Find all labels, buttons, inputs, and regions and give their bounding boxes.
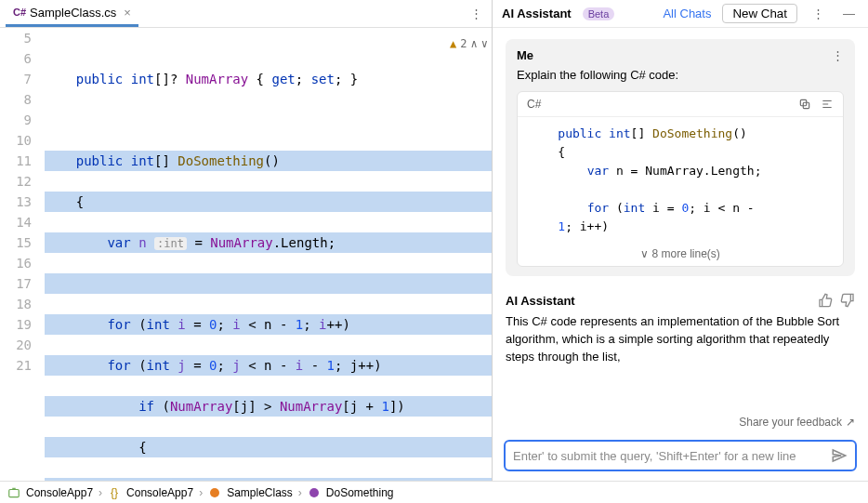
ai-menu-icon[interactable]: ⋮ bbox=[809, 7, 828, 20]
tab-label: SampleClass.cs bbox=[30, 6, 116, 20]
user-message-text: Explain the following C# code: bbox=[517, 68, 844, 82]
warning-count: 2 bbox=[460, 33, 467, 54]
code-card: C# public int[] DoSomething() { var n = … bbox=[517, 91, 844, 267]
code-editor[interactable]: 56789101112131415161718192021 ▲ 2 ∧ ∨ pu… bbox=[0, 28, 492, 481]
svg-point-3 bbox=[210, 488, 219, 497]
ai-assistant-panel: AI Assistant Beta All Chats New Chat ⋮ —… bbox=[493, 0, 868, 481]
external-link-icon: ↗ bbox=[846, 416, 855, 429]
copy-icon[interactable] bbox=[798, 98, 811, 111]
all-chats-link[interactable]: All Chats bbox=[663, 7, 711, 20]
assistant-message: AI Assistant This C# code represents an … bbox=[506, 293, 855, 366]
chat-input-container bbox=[504, 440, 857, 471]
hide-panel-icon[interactable]: — bbox=[839, 7, 859, 20]
line-number: 17 bbox=[0, 273, 32, 294]
line-number: 15 bbox=[0, 232, 32, 253]
class-icon bbox=[208, 487, 221, 498]
code-snippet: public int[] DoSomething() { var n = Num… bbox=[518, 117, 843, 244]
breadcrumb-item[interactable]: DoSomething bbox=[326, 486, 394, 499]
line-number: 12 bbox=[0, 171, 32, 192]
send-icon[interactable] bbox=[831, 447, 848, 464]
svg-rect-2 bbox=[9, 489, 20, 496]
svg-point-4 bbox=[309, 488, 319, 497]
chevron-down-icon[interactable]: ∨ bbox=[481, 33, 488, 54]
tab-sampleclass[interactable]: C# SampleClass.cs × bbox=[6, 0, 138, 27]
thumbs-down-icon[interactable] bbox=[840, 293, 855, 308]
breadcrumb-item[interactable]: ConsoleApp7 bbox=[126, 486, 193, 499]
new-chat-button[interactable]: New Chat bbox=[722, 4, 797, 23]
line-number: 8 bbox=[0, 89, 32, 110]
line-number: 7 bbox=[0, 69, 32, 89]
sender-label: AI Assistant bbox=[506, 294, 575, 308]
code-lang-label: C# bbox=[527, 98, 541, 111]
beta-badge: Beta bbox=[583, 7, 615, 20]
insert-icon[interactable] bbox=[821, 98, 834, 111]
chat-scroll[interactable]: Me ⋮ Explain the following C# code: C# bbox=[493, 28, 868, 410]
user-message: Me ⋮ Explain the following C# code: C# bbox=[506, 39, 855, 276]
breadcrumb-item[interactable]: ConsoleApp7 bbox=[26, 486, 93, 499]
line-number: 9 bbox=[0, 110, 32, 130]
tab-menu-icon[interactable]: ⋮ bbox=[467, 7, 486, 20]
line-number: 16 bbox=[0, 253, 32, 273]
line-number: 5 bbox=[0, 28, 32, 48]
feedback-link[interactable]: Share your feedback↗ bbox=[493, 410, 868, 434]
line-number: 21 bbox=[0, 355, 32, 376]
chat-input[interactable] bbox=[513, 449, 831, 463]
csharp-icon: C# bbox=[13, 7, 26, 18]
ai-header: AI Assistant Beta All Chats New Chat ⋮ — bbox=[493, 0, 868, 28]
line-number: 20 bbox=[0, 335, 32, 355]
namespace-icon: {} bbox=[108, 486, 121, 499]
thumbs-up-icon[interactable] bbox=[818, 293, 833, 308]
line-number: 6 bbox=[0, 48, 32, 69]
breadcrumb: ConsoleApp7 › {} ConsoleApp7 › SampleCla… bbox=[0, 481, 868, 503]
editor-tabbar: C# SampleClass.cs × ⋮ bbox=[0, 0, 492, 28]
line-number: 18 bbox=[0, 294, 32, 314]
line-number: 11 bbox=[0, 151, 32, 171]
line-number: 19 bbox=[0, 314, 32, 335]
assistant-text: This C# code represents an implementatio… bbox=[506, 313, 855, 366]
close-icon[interactable]: × bbox=[124, 6, 131, 20]
project-icon bbox=[7, 486, 20, 499]
sender-label: Me bbox=[517, 48, 533, 62]
line-number: 10 bbox=[0, 130, 32, 151]
line-number: 14 bbox=[0, 212, 32, 232]
method-icon bbox=[308, 487, 321, 498]
chevron-up-icon[interactable]: ∧ bbox=[471, 33, 478, 54]
ai-title: AI Assistant bbox=[502, 7, 572, 20]
inspection-strip[interactable]: ▲ 2 ∧ ∨ bbox=[450, 33, 488, 54]
breadcrumb-item[interactable]: SampleClass bbox=[227, 486, 293, 499]
line-number: 13 bbox=[0, 192, 32, 212]
warning-icon: ▲ bbox=[450, 33, 456, 54]
editor-pane: C# SampleClass.cs × ⋮ 567891011121314151… bbox=[0, 0, 493, 481]
message-menu-icon[interactable]: ⋮ bbox=[832, 48, 844, 62]
expand-code-link[interactable]: ∨ 8 more line(s) bbox=[518, 244, 843, 266]
